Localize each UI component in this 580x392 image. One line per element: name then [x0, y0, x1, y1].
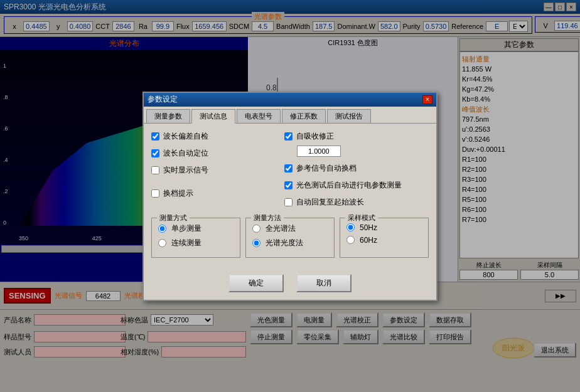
sample-mode-label: 采样模式	[345, 213, 378, 223]
60hz-radio[interactable]	[346, 236, 355, 244]
single-step-row: 单步测量	[158, 223, 234, 234]
60hz-row: 60Hz	[346, 236, 422, 245]
auto-elec-measure-checkbox[interactable]	[284, 181, 293, 189]
auto-absorption-label: 自吸收修正	[296, 131, 334, 142]
modal-tabs: 测量参数 测试信息 电表型号 修正系数 测试报告	[144, 107, 436, 124]
sample-mode-group: 采样模式 50Hz 60Hz	[340, 218, 429, 258]
modal-overlay: 参数设定 × 测量参数 测试信息 电表型号 修正系数 测试报告 波长偏差自检	[0, 0, 580, 392]
measure-method-label: 测量方法	[251, 213, 284, 223]
modal-confirm-button[interactable]: 确定	[228, 274, 284, 292]
spectrophotometry-radio[interactable]	[252, 239, 260, 247]
ref-auto-switch-row: 参考信号自动换档	[284, 163, 429, 174]
modal-close-button[interactable]: ×	[422, 95, 432, 104]
wavelength-selftest-row: 波长偏差自检	[151, 131, 272, 142]
single-step-label: 单步测量	[171, 223, 201, 234]
measure-mode-label: 测量方式	[157, 213, 190, 223]
tab-test-report[interactable]: 测试报告	[327, 109, 371, 123]
continuous-label: 连续测量	[171, 238, 201, 248]
modal-title-bar: 参数设定 ×	[144, 93, 436, 107]
tab-meter-model[interactable]: 电表型号	[237, 109, 281, 123]
50hz-label: 50Hz	[360, 223, 377, 232]
auto-wavelength-label: 波长自动定位	[163, 148, 208, 159]
auto-absorption-checkbox[interactable]	[284, 132, 293, 140]
absorption-value-input[interactable]	[297, 146, 341, 157]
auto-wavelength-checkbox[interactable]	[151, 149, 159, 157]
switch-prompt-checkbox[interactable]	[151, 189, 159, 198]
auto-absorption-row: 自吸收修正	[284, 131, 429, 142]
modal-title: 参数设定	[148, 94, 178, 105]
continuous-row: 连续测量	[158, 238, 234, 248]
modal-body: 波长偏差自检 波长自动定位 实时显示信号 换档提示	[144, 124, 436, 269]
50hz-radio[interactable]	[346, 223, 355, 231]
ref-auto-switch-label: 参考信号自动换档	[296, 163, 357, 174]
auto-elec-measure-row: 光色测试后自动进行电参数测量	[284, 180, 429, 191]
auto-elec-measure-label: 光色测试后自动进行电参数测量	[296, 180, 402, 191]
tab-measure-params[interactable]: 测量参数	[146, 109, 190, 123]
realtime-signal-label: 实时显示信号	[163, 165, 208, 176]
tab-test-info[interactable]: 测试信息	[191, 109, 235, 124]
modal-cancel-button[interactable]: 取消	[296, 274, 352, 292]
auto-wavelength-row: 波长自动定位	[151, 148, 272, 159]
switch-prompt-label: 换档提示	[163, 188, 193, 199]
switch-prompt-row: 换档提示	[151, 188, 272, 199]
auto-return-wavelength-row: 自动回复至起始波长	[284, 197, 429, 208]
params-modal: 参数设定 × 测量参数 测试信息 电表型号 修正系数 测试报告 波长偏差自检	[142, 92, 438, 301]
measure-mode-group: 测量方式 单步测量 连续测量	[151, 218, 240, 258]
full-spectrum-label: 全光谱法	[266, 223, 296, 234]
auto-return-wavelength-label: 自动回复至起始波长	[296, 197, 364, 208]
continuous-radio[interactable]	[158, 239, 166, 247]
ref-auto-switch-checkbox[interactable]	[284, 164, 293, 172]
modal-left-col: 波长偏差自检 波长自动定位 实时显示信号 换档提示	[151, 131, 272, 208]
spectrophotometry-row: 光谱光度法	[252, 238, 328, 248]
measure-method-group: 测量方法 全光谱法 光谱光度法	[245, 218, 335, 258]
realtime-signal-checkbox[interactable]	[151, 166, 159, 174]
modal-right-col: 自吸收修正 参考信号自动换档 光色测试后自动进行电参数测量	[284, 131, 429, 208]
modal-groups-row: 测量方式 单步测量 连续测量 测量方法 全光谱法	[151, 214, 429, 262]
tab-correction[interactable]: 修正系数	[282, 109, 326, 123]
wavelength-selftest-checkbox[interactable]	[151, 132, 159, 140]
50hz-row: 50Hz	[346, 223, 422, 232]
full-spectrum-row: 全光谱法	[252, 223, 328, 234]
spectrophotometry-label: 光谱光度法	[266, 238, 303, 248]
modal-bottom: 确定 取消	[144, 269, 436, 300]
full-spectrum-radio[interactable]	[252, 225, 260, 233]
60hz-label: 60Hz	[360, 236, 377, 245]
single-step-radio[interactable]	[158, 225, 166, 233]
auto-return-wavelength-checkbox[interactable]	[284, 198, 293, 206]
wavelength-selftest-label: 波长偏差自检	[163, 131, 208, 142]
modal-content: 波长偏差自检 波长自动定位 实时显示信号 换档提示	[151, 131, 429, 208]
realtime-signal-row: 实时显示信号	[151, 165, 272, 176]
